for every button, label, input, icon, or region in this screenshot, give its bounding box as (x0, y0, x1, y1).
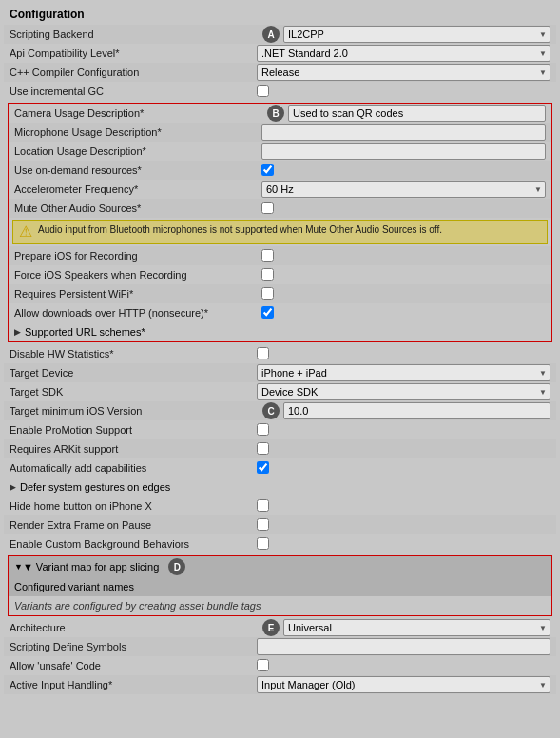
panel-title: Configuration (4, 4, 556, 25)
prepare-ios-label: Prepare iOS for Recording (14, 250, 261, 262)
scripting-backend-label: Scripting Backend (10, 29, 257, 40)
badge-b: B (267, 105, 284, 122)
cpp-compiler-label: C++ Compiler Configuration (10, 67, 257, 78)
camera-usage-input[interactable] (288, 105, 546, 122)
variants-info-row: Variants are configured by creating asse… (9, 596, 551, 615)
badge-d: D (168, 558, 185, 575)
url-schemes-label: Supported URL schemes* (25, 326, 145, 338)
custom-bg-checkbox[interactable] (257, 537, 269, 550)
min-ios-input[interactable] (283, 402, 550, 419)
configured-names-label: Configured variant names (14, 581, 134, 592)
auto-capabilities-row: Automatically add capabilities (4, 458, 556, 477)
variants-info-text: Variants are configured by creating asse… (14, 600, 261, 612)
target-device-row: Target Device iPhone + iPad (4, 363, 556, 382)
accelerometer-label: Accelerometer Frequency* (14, 184, 261, 195)
camera-usage-row: Camera Usage Description* B (9, 104, 551, 123)
arkit-row: Requires ARKit support (4, 439, 556, 458)
input-handling-dropdown[interactable]: Input Manager (Old) (257, 676, 550, 693)
defer-gestures-row[interactable]: ▶ Defer system gestures on edges (4, 477, 556, 496)
configured-names-row: Configured variant names (9, 577, 551, 596)
defer-gestures-triangle: ▶ (10, 482, 16, 492)
architecture-row: Architecture E Universal (4, 618, 556, 637)
warning-icon: ⚠ (19, 224, 32, 240)
microphone-usage-label: Microphone Usage Description* (14, 126, 261, 138)
prepare-ios-checkbox[interactable] (261, 249, 274, 262)
variant-map-header[interactable]: ▼ ▼ Variant map for app slicing D (9, 556, 551, 577)
cpp-compiler-dropdown[interactable]: Release (257, 64, 550, 81)
promotion-label: Enable ProMotion Support (10, 424, 257, 436)
microphone-usage-input[interactable] (261, 124, 546, 141)
defer-gestures-label: Defer system gestures on edges (20, 481, 170, 493)
allow-http-row: Allow downloads over HTTP (nonsecure)* (9, 303, 551, 322)
unsafe-code-label: Allow 'unsafe' Code (10, 660, 257, 671)
promotion-row: Enable ProMotion Support (4, 420, 556, 439)
variant-map-triangle: ▼ (14, 562, 23, 572)
allow-http-checkbox[interactable] (261, 306, 274, 319)
target-sdk-dropdown[interactable]: Device SDK (257, 383, 550, 400)
scripting-backend-dropdown[interactable]: IL2CPP (283, 26, 550, 43)
hide-home-row: Hide home button on iPhone X (4, 496, 556, 515)
api-compat-label: Api Compatibility Level* (10, 48, 257, 59)
extra-frame-checkbox[interactable] (257, 518, 269, 531)
location-usage-row: Location Usage Description* (9, 142, 551, 161)
force-speakers-row: Force iOS Speakers when Recording (9, 265, 551, 284)
configuration-panel: Configuration Scripting Backend A IL2CPP… (0, 0, 560, 698)
disable-hw-checkbox[interactable] (257, 347, 269, 359)
mute-audio-checkbox[interactable] (261, 202, 274, 214)
disable-hw-label: Disable HW Statistics* (10, 348, 257, 359)
promotion-checkbox[interactable] (257, 423, 269, 436)
api-compat-row: Api Compatibility Level* .NET Standard 2… (4, 44, 556, 63)
custom-bg-label: Enable Custom Background Behaviors (10, 538, 257, 550)
scripting-symbols-input[interactable] (257, 638, 550, 655)
url-schemes-triangle: ▶ (14, 327, 21, 337)
badge-e: E (262, 619, 280, 636)
persistent-wifi-label: Requires Persistent WiFi* (14, 288, 261, 300)
hide-home-checkbox[interactable] (257, 499, 269, 512)
incremental-gc-label: Use incremental GC (10, 86, 257, 97)
input-handling-row: Active Input Handling* Input Manager (Ol… (4, 675, 556, 694)
target-device-label: Target Device (10, 367, 257, 379)
incremental-gc-checkbox[interactable] (257, 85, 269, 97)
bordered-section-2: ▼ ▼ Variant map for app slicing D Config… (8, 555, 552, 616)
accelerometer-row: Accelerometer Frequency* 60 Hz (9, 180, 551, 199)
disable-hw-row: Disable HW Statistics* (4, 344, 556, 363)
location-usage-label: Location Usage Description* (14, 146, 261, 157)
target-sdk-row: Target SDK Device SDK (4, 382, 556, 401)
arkit-label: Requires ARKit support (10, 443, 257, 455)
custom-bg-row: Enable Custom Background Behaviors (4, 534, 556, 554)
mute-audio-label: Mute Other Audio Sources* (14, 203, 261, 214)
auto-capabilities-checkbox[interactable] (257, 461, 269, 474)
on-demand-resources-row: Use on-demand resources* (9, 161, 551, 180)
accelerometer-dropdown[interactable]: 60 Hz (261, 181, 546, 198)
min-ios-row: Target minimum iOS Version C (4, 401, 556, 420)
unsafe-code-checkbox[interactable] (257, 659, 269, 671)
api-compat-dropdown[interactable]: .NET Standard 2.0 (257, 45, 550, 62)
supported-url-schemes-row[interactable]: ▶ Supported URL schemes* (9, 322, 551, 341)
location-usage-input[interactable] (261, 143, 546, 160)
cpp-compiler-row: C++ Compiler Configuration Release (4, 63, 556, 82)
bordered-section-1: Camera Usage Description* B Microphone U… (8, 103, 552, 342)
extra-frame-row: Render Extra Frame on Pause (4, 515, 556, 534)
persistent-wifi-row: Requires Persistent WiFi* (9, 284, 551, 303)
input-handling-label: Active Input Handling* (10, 679, 257, 690)
prepare-ios-row: Prepare iOS for Recording (9, 246, 551, 265)
auto-capabilities-label: Automatically add capabilities (10, 462, 257, 474)
min-ios-label: Target minimum iOS Version (10, 405, 257, 417)
architecture-dropdown[interactable]: Universal (283, 619, 550, 636)
badge-a: A (262, 26, 280, 43)
on-demand-resources-checkbox[interactable] (261, 164, 274, 176)
on-demand-resources-label: Use on-demand resources* (14, 165, 261, 176)
persistent-wifi-checkbox[interactable] (261, 287, 274, 300)
arkit-checkbox[interactable] (257, 442, 269, 455)
warning-text: Audio input from Bluetooth microphones i… (38, 224, 541, 235)
target-device-dropdown[interactable]: iPhone + iPad (257, 364, 550, 381)
force-speakers-label: Force iOS Speakers when Recording (14, 269, 261, 281)
microphone-usage-row: Microphone Usage Description* (9, 123, 551, 142)
force-speakers-checkbox[interactable] (261, 268, 274, 281)
incremental-gc-row: Use incremental GC (4, 82, 556, 101)
camera-usage-label: Camera Usage Description* (14, 107, 261, 119)
allow-http-label: Allow downloads over HTTP (nonsecure)* (14, 307, 261, 319)
bluetooth-warning: ⚠ Audio input from Bluetooth microphones… (12, 220, 548, 244)
badge-c: C (262, 402, 280, 419)
target-sdk-label: Target SDK (10, 386, 257, 398)
